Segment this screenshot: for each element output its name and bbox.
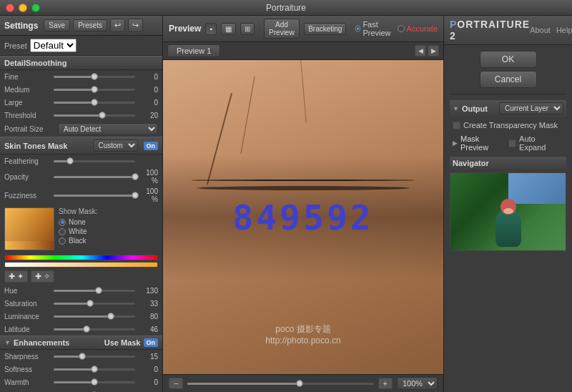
view-split-button[interactable]: ▦ <box>221 23 236 35</box>
preview-area: 849592 poco 摄影专题 http://photo.poco.cn <box>163 60 443 374</box>
create-transparency-checkbox[interactable] <box>453 122 460 129</box>
portrait-size-select[interactable]: Auto Detect <box>58 123 158 135</box>
sharpness-label: Sharpness <box>4 353 51 361</box>
mask-on-badge[interactable]: On <box>144 142 159 150</box>
zoom-in-button[interactable]: + <box>378 378 393 389</box>
zoom-out-button[interactable]: − <box>169 378 183 389</box>
preview-controls: − + 100% 50% 200% <box>163 374 443 392</box>
window-title: Portraiture <box>266 3 306 13</box>
sharpness-value: 15 <box>138 353 158 361</box>
right-divider <box>450 94 566 94</box>
feathering-slider[interactable] <box>54 160 135 162</box>
hue-value: 130 <box>138 287 158 295</box>
mask-custom-select[interactable]: Custom <box>93 139 138 152</box>
presets-button[interactable]: Presets <box>73 19 107 31</box>
view-multi-button[interactable]: ⊞ <box>240 23 255 35</box>
brand-title: PORTRAITURE 2 <box>450 19 530 41</box>
cancel-button[interactable]: Cancel <box>480 71 537 88</box>
softness-slider[interactable] <box>54 368 135 371</box>
luminance-slider[interactable] <box>54 315 135 318</box>
watermark-line2: http://photo.poco.cn <box>265 335 340 346</box>
detail-smoothing-label: DetailSmoothing <box>4 59 66 67</box>
opacity-value: 100 % <box>138 169 158 185</box>
eyedropper-remove-button[interactable]: ✚ ✧ <box>31 270 54 283</box>
enhancements-header: ▼ Enhancements Use Mask On <box>0 335 162 350</box>
softness-row: Softness 0 <box>0 363 162 376</box>
preset-label: Preset <box>4 41 27 50</box>
add-preview-button[interactable]: Add Preview <box>264 19 300 39</box>
large-slider[interactable] <box>54 102 135 104</box>
hue-strip[interactable] <box>4 255 158 260</box>
fast-preview-radio[interactable] <box>355 25 360 32</box>
fuzziness-value: 100 % <box>138 187 158 203</box>
portrait-size-label: Portrait Size <box>4 125 58 133</box>
bracketing-button[interactable]: Bracketing <box>304 23 346 35</box>
save-button[interactable]: Save <box>44 19 70 31</box>
enh-arrow: ▼ <box>4 339 11 346</box>
create-transparency-row[interactable]: Create Transparency Mask <box>450 119 566 131</box>
left-scroll: DetailSmoothing Fine 0 Medium 0 <box>0 56 162 392</box>
ok-button[interactable]: OK <box>480 51 537 68</box>
white-radio[interactable] <box>59 228 66 235</box>
close-button[interactable] <box>6 4 14 12</box>
fine-row: Fine 0 <box>0 70 162 83</box>
black-radio[interactable] <box>59 237 66 245</box>
tab-prev-button[interactable]: ◀ <box>415 45 426 57</box>
preview-label: Preview <box>169 24 201 34</box>
show-mask-black[interactable]: Black <box>59 237 97 245</box>
zoom-select[interactable]: 100% 50% 200% <box>397 377 438 390</box>
fast-preview-option[interactable]: Fast Preview <box>355 20 393 37</box>
view-single-button[interactable]: ▪ <box>205 23 217 35</box>
auto-expand-checkbox[interactable] <box>508 139 516 147</box>
mask-preview-arrow[interactable]: ▶ <box>453 139 458 147</box>
undo-button[interactable]: ↩ <box>110 19 125 32</box>
accurate-radio[interactable] <box>398 25 405 32</box>
warmth-row: Warmth 0 <box>0 376 162 388</box>
about-link[interactable]: About <box>530 26 551 34</box>
none-label: None <box>69 218 86 226</box>
eyedropper-add-button[interactable]: ✚ ✦ <box>4 270 28 283</box>
fine-slider[interactable] <box>54 76 135 78</box>
sharpness-slider[interactable] <box>54 356 135 358</box>
help-link[interactable]: Help <box>556 26 572 34</box>
warmth-value: 0 <box>138 378 158 386</box>
opacity-row: Opacity 100 % <box>0 167 162 186</box>
preview-tab-1[interactable]: Preview 1 <box>167 44 220 57</box>
mask-preview-label[interactable]: Mask Preview <box>460 134 508 152</box>
use-mask-row: Use Mask On <box>104 338 158 347</box>
show-mask-none[interactable]: None <box>59 218 97 226</box>
watermark: poco 摄影专题 http://photo.poco.cn <box>265 323 340 346</box>
minimize-button[interactable] <box>19 4 27 12</box>
hue-slider[interactable] <box>54 290 135 292</box>
opacity-slider[interactable] <box>54 176 135 178</box>
create-transparency-label: Create Transparency Mask <box>463 121 558 129</box>
output-arrow: ▼ <box>453 105 459 112</box>
left-toolbar: Settings Save Presets ↩ ↪ <box>0 16 162 36</box>
opacity-label: Opacity <box>4 173 51 181</box>
saturation-slider[interactable] <box>54 303 135 305</box>
output-select[interactable]: Current Layer New Layer <box>499 102 563 114</box>
none-radio[interactable] <box>59 219 66 226</box>
accurate-option[interactable]: Accurate <box>398 24 438 33</box>
medium-row: Medium 0 <box>0 83 162 96</box>
fuzziness-row: Fuzziness 100 % <box>0 186 162 205</box>
preset-select[interactable]: Default <box>30 39 77 52</box>
alpha-strip[interactable] <box>4 262 158 268</box>
show-mask-white[interactable]: White <box>59 227 97 235</box>
redo-button[interactable]: ↪ <box>128 19 143 32</box>
tab-next-button[interactable]: ▶ <box>428 45 439 57</box>
enhancements-label: Enhancements <box>14 338 69 347</box>
latitude-slider[interactable] <box>54 328 135 330</box>
threshold-slider[interactable] <box>54 114 135 117</box>
medium-slider[interactable] <box>54 89 135 91</box>
color-gradient[interactable] <box>4 207 54 250</box>
enhancements-on-badge[interactable]: On <box>144 338 159 347</box>
fine-label: Fine <box>4 73 51 81</box>
saturation-label: Saturation <box>4 300 51 308</box>
warmth-slider[interactable] <box>54 381 135 383</box>
luminance-value: 80 <box>138 313 158 320</box>
preview-overlay-number: 849592 <box>232 197 373 237</box>
maximize-button[interactable] <box>31 4 40 12</box>
navigator-thumbnail[interactable] <box>450 172 566 251</box>
fuzziness-slider[interactable] <box>54 195 135 197</box>
